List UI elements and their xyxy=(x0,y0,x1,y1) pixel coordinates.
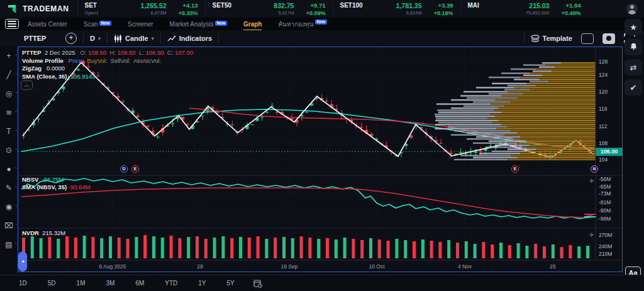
price-axis-label: 128 xyxy=(599,58,608,65)
alerts-bell-icon xyxy=(630,42,638,53)
event-badge-e[interactable]: E xyxy=(511,165,519,173)
nbsv-legend: NBSV -96.75M SMA (NBSV, 35) -93.64M xyxy=(22,176,91,191)
notes-tool[interactable]: ▤› xyxy=(0,236,18,255)
text-tool[interactable]: T› xyxy=(0,123,18,141)
nav-screener[interactable]: Screener xyxy=(128,21,153,28)
sma-value: 106.9143 xyxy=(70,73,96,80)
chevron-right-icon: › xyxy=(15,241,17,246)
ticker-set100[interactable]: SET100 1,781.35 +3.39 5,624M +0.19% xyxy=(333,1,460,16)
nvdr-label[interactable]: NVDR xyxy=(22,229,39,236)
event-badge-e[interactable]: E xyxy=(131,165,139,173)
time-axis-label: 6 Aug 2025 xyxy=(99,263,126,270)
chart-toolbar: PTTEP + D▾ Candle▾ Indicators Template xyxy=(0,30,644,47)
range-3m-button[interactable]: 3M xyxy=(106,280,115,287)
price-axis-label: 124 xyxy=(599,72,608,78)
range-5d-button[interactable]: 5D xyxy=(48,280,56,287)
zigzag-value: 0.0000 xyxy=(47,65,65,72)
chart-type-selector[interactable]: Candle▾ xyxy=(114,35,154,43)
nbsv-panel-add-icon[interactable]: ✛ xyxy=(589,178,594,184)
crosshair-tool[interactable]: +› xyxy=(0,47,18,66)
menu-icon[interactable] xyxy=(5,19,19,29)
draw-tool[interactable]: ✎› xyxy=(0,179,18,198)
sma-label[interactable]: SMA (Close, 35) xyxy=(22,73,67,80)
range-6m-button[interactable]: 6M xyxy=(135,280,144,287)
snapshot-camera-button[interactable] xyxy=(602,33,615,44)
indicators-button[interactable]: Indicators xyxy=(167,35,213,42)
chart-container[interactable]: PTTEP 2 Dec 2025 O: 108.50 H: 108.50 L: … xyxy=(18,47,623,272)
range-ytd-button[interactable]: YTD xyxy=(165,280,177,287)
compare-swap-button[interactable]: ⇄ xyxy=(625,59,642,75)
time-axis-label: 25 xyxy=(550,263,555,270)
calendar-icon xyxy=(253,279,262,288)
nav-scan[interactable]: ScanNew xyxy=(84,21,111,28)
high-value: 108.50 xyxy=(118,49,136,56)
indicators-icon xyxy=(167,35,176,42)
nbsv-axis-label: -73M xyxy=(599,190,611,197)
fibonacci-tool[interactable]: ◎› xyxy=(0,85,18,104)
template-button[interactable]: Template xyxy=(531,35,572,43)
price-axis-label: 116 xyxy=(599,106,608,112)
range-5y-button[interactable]: 5Y xyxy=(227,280,235,287)
ticker-name: SET xyxy=(84,2,119,9)
zigzag-label[interactable]: ZigZag xyxy=(22,65,42,72)
brand-logo[interactable]: TRADEMAN xyxy=(0,4,77,14)
ticker-value: 215.03 xyxy=(502,2,549,9)
nvdr-bars-group xyxy=(22,235,589,258)
ticker-volume: 5,624M xyxy=(375,10,421,16)
tasks-check-button[interactable]: ✔ xyxy=(625,79,642,96)
chevron-right-icon: › xyxy=(15,203,17,209)
nav-fund-search[interactable]: ค้นหากองทุนNew xyxy=(278,19,326,29)
ticker-mai[interactable]: MAI 215.03 +1.04 75,892,000 +0.49% xyxy=(460,1,588,16)
symbol-search[interactable]: PTTEP xyxy=(24,35,60,42)
compare-add-button[interactable]: + xyxy=(65,33,77,44)
range-1y-button[interactable]: 1Y xyxy=(198,280,206,287)
volume-profile-label[interactable]: Volume Profile xyxy=(22,57,64,64)
range-1d-button[interactable]: 1D xyxy=(19,280,27,287)
chevron-right-icon: › xyxy=(15,222,17,228)
time-axis-label: 19 Sep xyxy=(281,263,298,270)
nvdr-axis-label: 210M xyxy=(599,251,612,257)
layout-button[interactable] xyxy=(581,33,594,44)
ticker-percent: +0.19% xyxy=(421,10,454,16)
nav-assets-center[interactable]: Assets Center xyxy=(28,21,67,28)
ticker-volume: 5,017M xyxy=(247,10,294,16)
event-badge-d[interactable]: D xyxy=(120,165,128,173)
fibonacci-icon: ◎ xyxy=(6,89,12,98)
watchlist-star-button[interactable]: ★ xyxy=(625,19,642,35)
custom-date-range-button[interactable] xyxy=(253,279,262,288)
chevron-right-icon: › xyxy=(15,146,17,152)
candle-icon xyxy=(114,35,122,43)
user-avatar-icon[interactable] xyxy=(626,3,638,14)
volume-profile-group xyxy=(435,62,596,160)
nav-graph[interactable]: Graph xyxy=(243,21,262,28)
zoom-tool[interactable]: ⊙› xyxy=(0,141,18,160)
nbsv-axis-label: -98M xyxy=(599,216,611,222)
alerts-bell-button[interactable] xyxy=(625,39,642,55)
shapes-tool[interactable]: ●› xyxy=(0,160,18,179)
chevron-right-icon: › xyxy=(15,109,17,114)
chart-canvas[interactable] xyxy=(18,47,622,272)
ticker-set50[interactable]: SET50 832.75 +0.71 5,017M +0.09% xyxy=(205,1,333,16)
nbsv-label[interactable]: NBSV xyxy=(22,176,38,183)
scroll-left-handle[interactable]: ◂ xyxy=(18,251,27,272)
range-1m-button[interactable]: 1M xyxy=(77,280,86,287)
trend-line-tool[interactable]: ╱› xyxy=(0,66,18,85)
crosshair-icon: + xyxy=(6,52,11,60)
interval-selector[interactable]: D▾ xyxy=(90,35,101,42)
pattern-tool[interactable]: ≋› xyxy=(0,104,18,123)
nbsv-axis-label: -56M xyxy=(599,176,611,182)
price-axis-label: 120 xyxy=(599,89,608,95)
legend-collapse-button[interactable]: ︿ xyxy=(21,80,33,90)
draw-icon: ✎ xyxy=(6,184,12,192)
main-nav: Assets Center ScanNew Screener Market An… xyxy=(0,18,644,30)
nbsv-sma-label[interactable]: SMA (NBSV, 35) xyxy=(22,184,67,190)
ticker-set[interactable]: SET 1,265.52 +4.13 Open1 6,673M +0.33% xyxy=(77,1,205,16)
magnet-tool[interactable]: ◉› xyxy=(0,198,18,217)
event-badge-n[interactable]: N xyxy=(591,165,598,173)
camera-lens-icon xyxy=(606,36,611,41)
nvdr-axis-label: 240M xyxy=(599,243,612,250)
nav-market-analysis[interactable]: Market AnalysisNew xyxy=(170,21,227,28)
ticker-change: +3.39 xyxy=(421,2,454,9)
nvdr-panel-add-icon[interactable]: ✛ xyxy=(589,232,594,238)
delete-tool[interactable]: ⌧› xyxy=(0,217,18,236)
